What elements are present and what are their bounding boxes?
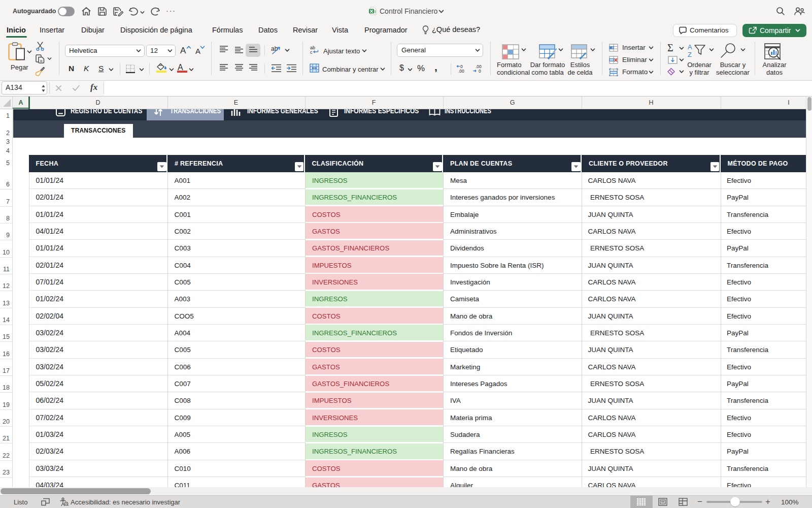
svg-text:0: 0 bbox=[479, 69, 481, 73]
svg-text:ab: ab bbox=[271, 45, 278, 52]
svg-text:Z: Z bbox=[688, 51, 692, 58]
svg-text:c: c bbox=[310, 50, 313, 55]
svg-text:.00: .00 bbox=[458, 69, 464, 73]
svg-text:A: A bbox=[688, 43, 692, 51]
